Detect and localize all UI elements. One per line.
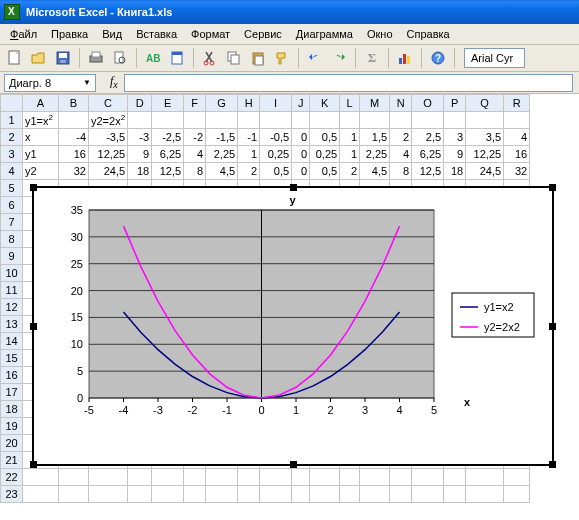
cell-A2[interactable]: x [23,129,59,146]
col-header-K[interactable]: K [310,95,340,112]
row-header-21[interactable]: 21 [1,452,23,469]
help-icon[interactable]: ? [427,47,449,69]
cell-N2[interactable]: 2 [390,129,412,146]
format-painter-icon[interactable] [271,47,293,69]
cell-C1[interactable]: y2=2x2 [89,112,128,129]
copy-icon[interactable] [223,47,245,69]
cell-J1[interactable] [292,112,310,129]
col-header-A[interactable]: A [23,95,59,112]
row-header-15[interactable]: 15 [1,350,23,367]
cell-Q4[interactable]: 24,5 [466,163,504,180]
cell-A3[interactable]: y1 [23,146,59,163]
cell-A22[interactable] [23,469,59,486]
menu-chart[interactable]: Диаграмма [290,26,359,42]
cell-N23[interactable] [390,486,412,503]
row-header-8[interactable]: 8 [1,231,23,248]
row-header-3[interactable]: 3 [1,146,23,163]
col-header-L[interactable]: L [340,95,360,112]
cell-R22[interactable] [504,469,530,486]
cell-F2[interactable]: -2 [184,129,206,146]
paste-icon[interactable] [247,47,269,69]
cell-H2[interactable]: -1 [238,129,260,146]
row-header-9[interactable]: 9 [1,248,23,265]
cell-G23[interactable] [206,486,238,503]
col-header-I[interactable]: I [260,95,292,112]
cell-C22[interactable] [89,469,128,486]
col-header-C[interactable]: C [89,95,128,112]
dropdown-icon[interactable]: ▼ [83,78,91,87]
cell-E2[interactable]: -2,5 [152,129,184,146]
cell-N3[interactable]: 4 [390,146,412,163]
font-selector[interactable]: Arial Cyr [464,48,525,68]
cell-N1[interactable] [390,112,412,129]
cell-H22[interactable] [238,469,260,486]
formula-bar[interactable] [124,74,573,92]
cell-L3[interactable]: 1 [340,146,360,163]
cell-D1[interactable] [128,112,152,129]
cell-K3[interactable]: 0,25 [310,146,340,163]
cell-O3[interactable]: 6,25 [412,146,444,163]
cell-K1[interactable] [310,112,340,129]
cell-L23[interactable] [340,486,360,503]
cell-J22[interactable] [292,469,310,486]
cell-A1[interactable]: y1=x2 [23,112,59,129]
cell-P1[interactable] [444,112,466,129]
row-header-4[interactable]: 4 [1,163,23,180]
cell-O2[interactable]: 2,5 [412,129,444,146]
cell-H4[interactable]: 2 [238,163,260,180]
sigma-icon[interactable]: Σ [361,47,383,69]
cell-G2[interactable]: -1,5 [206,129,238,146]
cell-D4[interactable]: 18 [128,163,152,180]
menu-service[interactable]: Сервис [238,26,288,42]
name-box[interactable]: Диагр. 8 ▼ [4,74,96,92]
row-header-14[interactable]: 14 [1,333,23,350]
cell-F22[interactable] [184,469,206,486]
undo-icon[interactable] [304,47,326,69]
cell-J23[interactable] [292,486,310,503]
redo-icon[interactable] [328,47,350,69]
cell-Q3[interactable]: 12,25 [466,146,504,163]
col-header-Q[interactable]: Q [466,95,504,112]
fx-label[interactable]: fx [110,74,118,90]
cell-C23[interactable] [89,486,128,503]
cell-G4[interactable]: 4,5 [206,163,238,180]
cell-I4[interactable]: 0,5 [260,163,292,180]
cell-F23[interactable] [184,486,206,503]
cell-K2[interactable]: 0,5 [310,129,340,146]
print-icon[interactable] [85,47,107,69]
row-header-1[interactable]: 1 [1,112,23,129]
cell-E23[interactable] [152,486,184,503]
cell-P4[interactable]: 18 [444,163,466,180]
cell-B3[interactable]: 16 [59,146,89,163]
cell-D3[interactable]: 9 [128,146,152,163]
cell-E22[interactable] [152,469,184,486]
cell-Q22[interactable] [466,469,504,486]
cell-R23[interactable] [504,486,530,503]
menu-insert[interactable]: Вставка [130,26,183,42]
menu-window[interactable]: Окно [361,26,399,42]
cell-E3[interactable]: 6,25 [152,146,184,163]
embedded-chart[interactable]: 05101520253035-5-4-3-2-1012345yxy1=x2y2=… [32,186,554,466]
row-header-23[interactable]: 23 [1,486,23,503]
cell-I22[interactable] [260,469,292,486]
row-header-19[interactable]: 19 [1,418,23,435]
cell-B1[interactable] [59,112,89,129]
cell-O23[interactable] [412,486,444,503]
row-header-12[interactable]: 12 [1,299,23,316]
cell-N4[interactable]: 8 [390,163,412,180]
cell-Q1[interactable] [466,112,504,129]
cell-M2[interactable]: 1,5 [360,129,390,146]
cell-L1[interactable] [340,112,360,129]
cell-O4[interactable]: 12,5 [412,163,444,180]
cell-Q2[interactable]: 3,5 [466,129,504,146]
cell-I1[interactable] [260,112,292,129]
cell-O22[interactable] [412,469,444,486]
cell-G3[interactable]: 2,25 [206,146,238,163]
row-header-13[interactable]: 13 [1,316,23,333]
col-header-N[interactable]: N [390,95,412,112]
menu-format[interactable]: Формат [185,26,236,42]
row-header-16[interactable]: 16 [1,367,23,384]
col-header-E[interactable]: E [152,95,184,112]
cell-M4[interactable]: 4,5 [360,163,390,180]
new-doc-icon[interactable] [4,47,26,69]
